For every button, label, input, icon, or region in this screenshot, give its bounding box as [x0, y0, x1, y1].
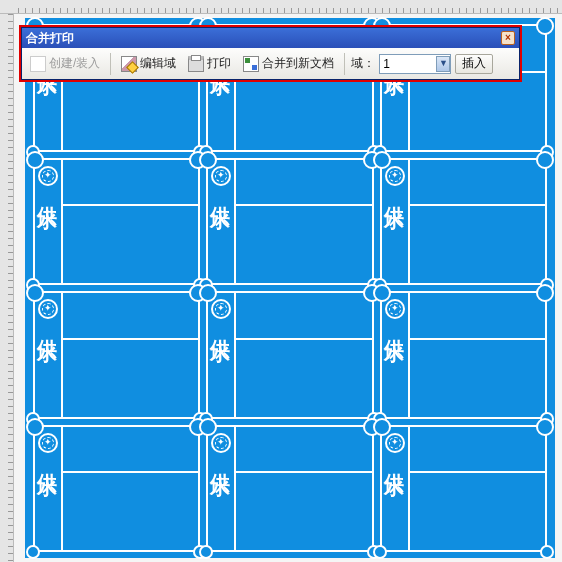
card-label: 供水 [381, 457, 408, 545]
card-label: 供水 [35, 457, 62, 545]
water-logo-icon [38, 166, 58, 186]
document-canvas: 供水 供水 供水 供水 供水 供水 供水 供水 供水 供水 供水 供水 [25, 18, 555, 558]
dialog-toolbar: 创建/装入 编辑域 打印 合并到新文档 域： 1 ▼ 插入 [22, 48, 519, 79]
merge-newdoc-label: 合并到新文档 [262, 55, 334, 72]
label-card: 供水 [206, 425, 373, 553]
create-load-label: 创建/装入 [49, 55, 100, 72]
edit-icon [121, 56, 137, 72]
label-card: 供水 [380, 291, 547, 419]
dialog-title: 合并打印 [26, 30, 74, 47]
label-card: 供水 [206, 291, 373, 419]
left-ruler [0, 14, 14, 562]
merge-icon [243, 56, 259, 72]
card-label: 供水 [208, 190, 235, 278]
print-label: 打印 [207, 55, 231, 72]
close-button[interactable]: × [501, 31, 515, 45]
separator [110, 53, 111, 75]
label-grid: 供水 供水 供水 供水 供水 供水 供水 供水 供水 供水 供水 供水 [33, 24, 547, 552]
field-select[interactable]: 1 ▼ [379, 54, 451, 74]
card-label: 供水 [381, 190, 408, 278]
label-card: 供水 [380, 425, 547, 553]
card-label: 供水 [381, 323, 408, 411]
label-card: 供水 [33, 291, 200, 419]
edit-field-button[interactable]: 编辑域 [117, 53, 180, 74]
chevron-down-icon[interactable]: ▼ [436, 56, 450, 72]
label-card: 供水 [206, 158, 373, 286]
edit-field-label: 编辑域 [140, 55, 176, 72]
water-logo-icon [211, 166, 231, 186]
print-button[interactable]: 打印 [184, 53, 235, 74]
water-logo-icon [211, 299, 231, 319]
label-card: 供水 [380, 158, 547, 286]
top-ruler [0, 0, 562, 14]
label-card: 供水 [33, 158, 200, 286]
insert-label: 插入 [462, 56, 486, 70]
separator [344, 53, 345, 75]
dialog-titlebar[interactable]: 合并打印 × [22, 28, 519, 48]
insert-button[interactable]: 插入 [455, 54, 493, 74]
label-card: 供水 [33, 425, 200, 553]
card-label: 供水 [208, 457, 235, 545]
create-load-button: 创建/装入 [26, 53, 104, 74]
merge-newdoc-button[interactable]: 合并到新文档 [239, 53, 338, 74]
card-label: 供水 [35, 323, 62, 411]
field-select-value: 1 [383, 57, 390, 71]
card-field-bottom [63, 73, 198, 150]
merge-print-dialog: 合并打印 × 创建/装入 编辑域 打印 合并到新文档 域： 1 ▼ 插入 [21, 27, 520, 80]
new-doc-icon [30, 56, 46, 72]
field-label: 域： [351, 55, 375, 72]
water-logo-icon [211, 433, 231, 453]
water-logo-icon [385, 299, 405, 319]
water-logo-icon [385, 433, 405, 453]
card-label: 供水 [35, 190, 62, 278]
water-logo-icon [385, 166, 405, 186]
print-icon [188, 56, 204, 72]
card-label: 供水 [208, 323, 235, 411]
water-logo-icon [38, 433, 58, 453]
water-logo-icon [38, 299, 58, 319]
